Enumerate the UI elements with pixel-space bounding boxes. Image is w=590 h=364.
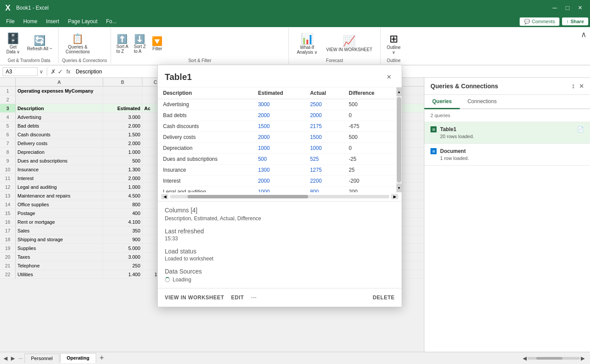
- cell-a16[interactable]: Rent or mortgage: [16, 218, 103, 226]
- cell-b18[interactable]: 900: [103, 235, 142, 243]
- cell-b11[interactable]: 2.000: [103, 174, 142, 182]
- cell-b15[interactable]: 400: [103, 209, 142, 217]
- cell-a15[interactable]: Postage: [16, 209, 103, 217]
- hscroll-right[interactable]: ▶: [581, 355, 585, 361]
- more-options-button[interactable]: ···: [251, 294, 257, 302]
- cell-ref-dropdown[interactable]: ∨: [39, 69, 43, 75]
- cell-b1[interactable]: [103, 87, 142, 95]
- sort-descending-button[interactable]: ⬇️ Sort Zto A: [132, 32, 148, 55]
- cell-b21[interactable]: 250: [103, 261, 142, 270]
- cell-a2[interactable]: [16, 95, 103, 104]
- cell-a1[interactable]: Operating expenses MyCompany: [16, 87, 103, 95]
- cell-b9[interactable]: 500: [103, 156, 142, 165]
- forecast-sheet-button[interactable]: 📈 VIEW IN WORKSHEET: [323, 34, 375, 53]
- cell-b10[interactable]: 1.300: [103, 165, 142, 173]
- cell-a5[interactable]: Bad debts: [16, 121, 103, 130]
- cell-b4[interactable]: 3.000: [103, 113, 142, 121]
- cell-a11[interactable]: Interest: [16, 174, 103, 182]
- close-icon[interactable]: ×: [576, 4, 585, 12]
- sheet-tab-next[interactable]: ▶: [9, 355, 17, 361]
- insert-function-button[interactable]: fx: [65, 69, 72, 75]
- cell-a21[interactable]: Telephone: [16, 261, 103, 270]
- cell-b2[interactable]: [103, 95, 142, 104]
- tab-queries[interactable]: Queries: [424, 95, 460, 109]
- cell-b6[interactable]: 1.500: [103, 130, 142, 139]
- cell-b17[interactable]: 350: [103, 226, 142, 235]
- cell-b16[interactable]: 4.100: [103, 218, 142, 226]
- cell-b3[interactable]: Estimated: [103, 104, 142, 112]
- cell-b22[interactable]: 1.400: [103, 270, 142, 278]
- what-if-analysis-button[interactable]: 📊 What-IfAnalysis ∨: [294, 31, 320, 56]
- comments-button[interactable]: 💬 Comments: [520, 17, 559, 26]
- panel-collapse-button[interactable]: ↕: [571, 82, 575, 90]
- cell-a18[interactable]: Shipping and storage: [16, 235, 103, 243]
- queries-connections-button[interactable]: 📋 Queries &Connections: [62, 31, 94, 56]
- ribbon-tab-insert[interactable]: Insert: [42, 17, 63, 26]
- cell-a12[interactable]: Legal and auditing: [16, 183, 103, 191]
- cell-b13[interactable]: 4.500: [103, 191, 142, 200]
- sort-ascending-button[interactable]: ⬆️ Sort Ato Z: [115, 32, 130, 55]
- ribbon-tab-file[interactable]: File: [2, 17, 19, 26]
- forecast-sheet-icon: 📈: [343, 35, 356, 47]
- cell-b19[interactable]: 5.000: [103, 244, 142, 252]
- cell-a9[interactable]: Dues and subscriptions: [16, 156, 103, 165]
- add-sheet-button[interactable]: +: [97, 354, 107, 363]
- ribbon-tab-home[interactable]: Home: [19, 17, 42, 26]
- cell-a14[interactable]: Office supplies: [16, 200, 103, 208]
- view-in-worksheet-button[interactable]: VIEW IN WORKSHEET: [165, 295, 224, 301]
- cell-a3[interactable]: Description: [16, 104, 103, 112]
- cancel-formula-button[interactable]: ✗: [51, 68, 56, 75]
- cell-b14[interactable]: 800: [103, 200, 142, 208]
- cell-b8[interactable]: 1.000: [103, 148, 142, 156]
- col-header-b[interactable]: B: [103, 78, 142, 87]
- cell-b5[interactable]: 2.000: [103, 121, 142, 130]
- cell-a22[interactable]: Utilities: [16, 270, 103, 278]
- cell-a6[interactable]: Cash discounts: [16, 130, 103, 139]
- query-item-document[interactable]: ⊞ Document 1 row loaded.: [424, 144, 590, 166]
- panel-close-button[interactable]: ×: [579, 82, 584, 90]
- modal-scroll-down[interactable]: ▼: [396, 184, 402, 192]
- document-query-icon: ⊞: [430, 148, 437, 154]
- cell-a8[interactable]: Depreciation: [16, 148, 103, 156]
- edit-button[interactable]: EDIT: [231, 295, 244, 301]
- modal-close-button[interactable]: ×: [383, 71, 395, 83]
- refresh-all-button[interactable]: 🔄 Refresh All ~: [24, 34, 55, 52]
- modal-hscroll-right[interactable]: ▶: [391, 194, 398, 199]
- cell-a4[interactable]: Advertising: [16, 113, 103, 121]
- sheet-tab-more[interactable]: ···: [17, 355, 24, 361]
- cell-a17[interactable]: Sales: [16, 226, 103, 235]
- ribbon-tab-page-layout[interactable]: Page Layout: [63, 17, 101, 26]
- enter-formula-button[interactable]: ✓: [58, 68, 63, 75]
- queries-connections-group: 📋 Queries &Connections Queries & Connect…: [59, 28, 111, 64]
- maximize-icon[interactable]: □: [563, 4, 572, 11]
- modal-scroll-up[interactable]: ▲: [396, 87, 402, 96]
- cell-b12[interactable]: 1.000: [103, 183, 142, 191]
- table1-query-name: Table1: [440, 126, 574, 132]
- share-button[interactable]: ↑ Share: [562, 17, 588, 25]
- hscroll-left[interactable]: ◀: [523, 355, 527, 361]
- query-item-table1[interactable]: ⊞ Table1 📄 20 rows loaded.: [424, 122, 590, 144]
- sheet-tab-personnel[interactable]: Personnel: [24, 354, 59, 363]
- get-data-button[interactable]: 🗄️ Get Data ∨: [3, 31, 23, 56]
- cell-a20[interactable]: Taxes: [16, 253, 103, 261]
- cell-b20[interactable]: 3.000: [103, 253, 142, 261]
- modal-hscroll-left[interactable]: ◀: [161, 194, 168, 199]
- cell-a13[interactable]: Maintenance and repairs: [16, 191, 103, 200]
- sheet-tab-prev[interactable]: ◀: [2, 355, 9, 361]
- ribbon-tab-forecast[interactable]: Fo...: [102, 17, 121, 26]
- ribbon-collapse-button[interactable]: ∧: [577, 28, 590, 64]
- cell-a10[interactable]: Insurance: [16, 165, 103, 173]
- cell-a19[interactable]: Supplies: [16, 244, 103, 252]
- minimize-icon[interactable]: ─: [550, 4, 559, 11]
- cell-reference-box[interactable]: A3: [3, 67, 38, 76]
- modal-data-sources-section: Data Sources Loading: [158, 263, 402, 288]
- delete-button[interactable]: DELETE: [373, 295, 395, 301]
- cell-b7[interactable]: 2.000: [103, 139, 142, 147]
- sheet-tab-operating[interactable]: Operating: [60, 353, 96, 363]
- col-header-a[interactable]: A: [16, 78, 103, 87]
- cell-a7[interactable]: Delivery costs: [16, 139, 103, 147]
- filter-button[interactable]: 🔽 Filter: [149, 35, 165, 52]
- tab-connections[interactable]: Connections: [460, 95, 505, 109]
- table1-query-copy-icon[interactable]: 📄: [577, 126, 584, 132]
- outline-button[interactable]: ⊞ Outline∨: [384, 31, 403, 56]
